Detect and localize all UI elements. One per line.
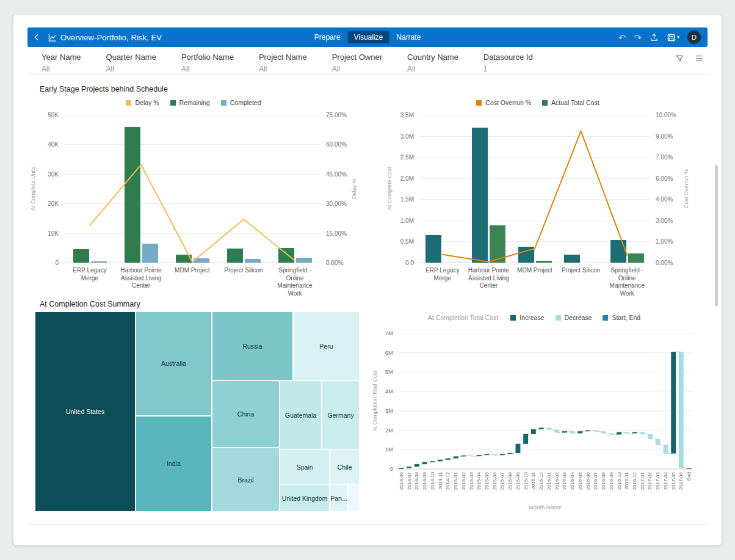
waterfall-bar[interactable] bbox=[656, 439, 661, 445]
undo-icon[interactable]: ↶ bbox=[618, 33, 626, 42]
svg-text:2016-03: 2016-03 bbox=[562, 471, 567, 490]
waterfall-bar[interactable] bbox=[664, 445, 668, 453]
waterfall-bar[interactable] bbox=[438, 460, 443, 462]
x-axis-label: Project Silicon bbox=[219, 267, 268, 275]
waterfall-bar[interactable] bbox=[539, 427, 544, 429]
scrollbar-thumb[interactable] bbox=[715, 165, 718, 307]
waterfall-bar[interactable] bbox=[485, 454, 490, 456]
app-window: Overview-Portfolio, Risk, EV Prepare Vis… bbox=[13, 15, 722, 545]
svg-text:2015-10: 2015-10 bbox=[523, 471, 529, 490]
x-axis-label: MDM Project bbox=[513, 267, 557, 275]
waterfall-bar[interactable] bbox=[461, 456, 466, 457]
waterfall-bar[interactable] bbox=[632, 432, 637, 434]
treemap-cell-guatemala[interactable]: Guatemala bbox=[280, 380, 322, 449]
waterfall-bar[interactable] bbox=[562, 431, 567, 432]
waterfall-bar[interactable] bbox=[609, 434, 614, 435]
y2-axis-tick: 0.00% bbox=[656, 260, 673, 266]
legend-item[interactable]: Cost Overrun % bbox=[476, 99, 531, 106]
treemap-cell-pan-[interactable]: Pan... bbox=[330, 484, 348, 512]
treemap-cell-germany[interactable]: Germany bbox=[322, 380, 360, 449]
treemap-cell-spain[interactable]: Spain bbox=[280, 449, 330, 484]
waterfall-bar[interactable] bbox=[578, 431, 582, 433]
filter-project-owner[interactable]: Project Owner All bbox=[332, 53, 382, 73]
legend-item[interactable]: Delay % bbox=[126, 99, 159, 106]
tab-visualize[interactable]: Visualize bbox=[347, 31, 389, 43]
save-button[interactable]: ▾ bbox=[667, 33, 679, 42]
filter-label: Quarter Name bbox=[106, 53, 156, 62]
filter-year-name[interactable]: Year Name All bbox=[42, 53, 81, 73]
treemap-cell-chile[interactable]: Chile bbox=[330, 449, 360, 484]
treemap-cell-brazil[interactable]: Brazil bbox=[212, 448, 280, 512]
waterfall-bar[interactable] bbox=[679, 352, 684, 468]
waterfall-bar[interactable] bbox=[516, 444, 521, 453]
waterfall-bar[interactable] bbox=[601, 432, 606, 434]
waterfall-bar[interactable] bbox=[454, 456, 458, 458]
x-axis-label: Springfield - Online Maintenance Work bbox=[605, 267, 649, 297]
waterfall-bar[interactable] bbox=[407, 467, 411, 468]
legend-label: Decrease bbox=[565, 314, 592, 321]
filter-datasource-id[interactable]: Datasource Id 1 bbox=[483, 53, 533, 73]
waterfall-bar[interactable] bbox=[469, 456, 474, 456]
waterfall-bar[interactable] bbox=[508, 453, 513, 454]
waterfall-bar[interactable] bbox=[585, 431, 590, 432]
waterfall-bar[interactable] bbox=[617, 432, 621, 435]
waterfall-bar[interactable] bbox=[640, 432, 645, 434]
filter-quarter-name[interactable]: Quarter Name All bbox=[106, 53, 156, 73]
waterfall-bar[interactable] bbox=[671, 352, 676, 454]
svg-text:Month Name: Month Name bbox=[529, 504, 562, 511]
tab-prepare[interactable]: Prepare bbox=[308, 31, 347, 43]
legend-item[interactable]: Actual Total Cost bbox=[542, 99, 599, 106]
svg-text:4M: 4M bbox=[385, 388, 393, 395]
treemap-cell-china[interactable]: China bbox=[212, 380, 280, 448]
filter-project-name[interactable]: Project Name All bbox=[259, 53, 307, 73]
waterfall-bar[interactable] bbox=[593, 431, 598, 432]
canvas-menu-icon[interactable] bbox=[695, 54, 704, 63]
waterfall-bar[interactable] bbox=[625, 432, 629, 434]
treemap-cell[interactable] bbox=[348, 484, 360, 512]
legend-item[interactable]: Start, End bbox=[603, 314, 640, 321]
svg-text:2014-08: 2014-08 bbox=[414, 471, 419, 490]
filter-label: Project Name bbox=[259, 53, 307, 62]
treemap-cell-india[interactable]: India bbox=[136, 416, 212, 512]
user-avatar[interactable]: D bbox=[687, 31, 701, 44]
waterfall-bar[interactable] bbox=[446, 459, 451, 460]
legend-item[interactable]: Decrease bbox=[556, 314, 592, 321]
limit-values-icon[interactable] bbox=[675, 54, 684, 63]
treemap-cell-russia[interactable]: Russia bbox=[212, 311, 293, 380]
waterfall-bar[interactable] bbox=[492, 454, 497, 456]
waterfall-bar[interactable] bbox=[687, 468, 692, 469]
waterfall-bar[interactable] bbox=[531, 429, 536, 434]
export-icon[interactable] bbox=[650, 33, 659, 42]
svg-text:End: End bbox=[686, 472, 692, 481]
waterfall-bar[interactable] bbox=[422, 462, 427, 464]
back-button[interactable] bbox=[27, 27, 46, 47]
legend-item[interactable]: Remaining bbox=[170, 99, 210, 106]
legend-item[interactable]: Increase bbox=[510, 314, 544, 321]
filter-country-name[interactable]: Country Name All bbox=[407, 53, 458, 73]
tab-narrate[interactable]: Narrate bbox=[390, 31, 427, 43]
treemap-cell-united-states[interactable]: United States bbox=[35, 311, 136, 512]
legend-label: Actual Total Cost bbox=[551, 99, 599, 106]
waterfall-bar[interactable] bbox=[570, 431, 575, 433]
legend-swatch bbox=[126, 100, 131, 106]
waterfall-bar[interactable] bbox=[546, 427, 551, 429]
save-caret-icon[interactable]: ▾ bbox=[677, 35, 679, 40]
waterfall-bar[interactable] bbox=[500, 454, 505, 455]
waterfall-bar[interactable] bbox=[399, 468, 404, 469]
x-axis-label: ERP Legacy Merge bbox=[421, 267, 465, 282]
waterfall-bar[interactable] bbox=[415, 464, 419, 467]
waterfall-bar[interactable] bbox=[523, 434, 528, 444]
waterfall-bar[interactable] bbox=[648, 434, 653, 439]
waterfall-bar[interactable] bbox=[554, 430, 559, 433]
svg-text:2015-08: 2015-08 bbox=[507, 471, 513, 490]
legend-item[interactable]: Completed bbox=[221, 99, 261, 106]
svg-text:2015-01: 2015-01 bbox=[453, 471, 458, 490]
treemap-countries: United StatesAustraliaIndiaRussiaPeruChi… bbox=[35, 311, 360, 512]
treemap-cell-united-kingdom[interactable]: United Kingdom bbox=[280, 484, 330, 512]
treemap-cell-peru[interactable]: Peru bbox=[293, 311, 360, 380]
redo-icon[interactable]: ↷ bbox=[634, 33, 642, 42]
filter-portfolio-name[interactable]: Portfolio Name All bbox=[181, 53, 234, 73]
treemap-cell-australia[interactable]: Australia bbox=[136, 311, 212, 416]
waterfall-bar[interactable] bbox=[430, 461, 435, 462]
waterfall-bar[interactable] bbox=[477, 455, 482, 456]
